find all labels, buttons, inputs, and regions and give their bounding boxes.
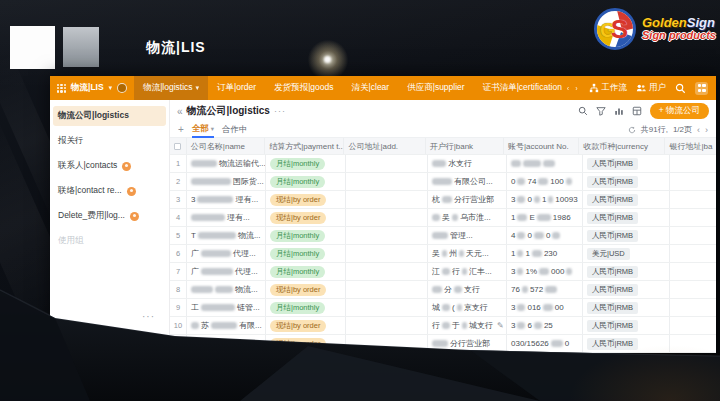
sidebar-item-5[interactable]: Delete_费用|log... — [53, 206, 166, 226]
sidebar-item-6[interactable]: 使用组 — [53, 231, 166, 251]
table-row[interactable]: 10苏有限...现结|by order行于城支行✎3625人民币|RMB — [170, 317, 716, 335]
cell-account-no[interactable]: 400 — [507, 227, 583, 244]
cell-payment-type[interactable]: 月结|monthly — [266, 299, 346, 316]
cell-payment-type[interactable]: 月结|monthly — [266, 245, 346, 262]
search-icon[interactable] — [578, 106, 588, 116]
prev-page-button[interactable]: ‹ — [697, 125, 700, 135]
cell-company-address[interactable] — [346, 245, 428, 262]
cell-payment-type[interactable]: 月结|monthly — [266, 227, 346, 244]
cell-bank-address[interactable] — [670, 281, 716, 298]
cell-company-address[interactable] — [346, 335, 428, 352]
cell-payment-type[interactable]: 现结|by order — [266, 335, 346, 352]
cell-company-address[interactable] — [346, 209, 428, 226]
cell-payment-type[interactable]: 月结|monthly — [266, 173, 346, 190]
cell-account-no[interactable]: 31%000 — [507, 263, 583, 280]
cell-company-address[interactable] — [346, 155, 428, 172]
sidebar-item-2[interactable]: 报关行 — [53, 131, 166, 151]
cell-currency[interactable]: 人民币|RMB — [583, 281, 670, 298]
checkbox-icon[interactable] — [174, 143, 181, 150]
view-tab-cooperating[interactable]: 合作中 — [222, 122, 248, 138]
header-select-all[interactable] — [170, 138, 187, 154]
nav-tab-4[interactable]: 清关|clear — [343, 76, 399, 100]
collapse-sidebar-icon[interactable]: « — [177, 106, 183, 117]
cell-bank[interactable]: 吴州天元... — [428, 245, 507, 262]
cell-payment-type[interactable]: 现结|by order — [266, 317, 346, 334]
cell-bank-address[interactable] — [670, 191, 716, 208]
cell-company-address[interactable] — [346, 281, 428, 298]
cell-bank-address[interactable] — [670, 335, 716, 352]
sidebar-item-4[interactable]: 联络|contact re... — [53, 181, 166, 201]
add-record-button[interactable]: + 物流公司 — [650, 103, 709, 119]
tab-scroll-arrows[interactable]: ‹ › — [567, 85, 580, 92]
chevron-down-icon[interactable]: ▾ — [109, 84, 113, 92]
cell-bank[interactable]: 行于城支行✎ — [428, 317, 507, 334]
cell-bank-address[interactable] — [670, 227, 716, 244]
cell-bank[interactable]: 杭分行营业部 — [428, 191, 507, 208]
cell-account-no[interactable]: 301600 — [507, 299, 583, 316]
cell-company-name[interactable]: T物流... — [187, 227, 266, 244]
view-tab-all[interactable]: 全部▾ — [192, 122, 214, 138]
cell-account-no[interactable]: 11230 — [507, 245, 583, 262]
cell-bank-address[interactable] — [670, 209, 716, 226]
cell-bank-address[interactable] — [670, 155, 716, 172]
nav-tab-1[interactable]: 物流|logistics▾ — [134, 76, 208, 100]
cell-currency[interactable]: 人民币|RMB — [583, 191, 670, 208]
cell-company-name[interactable]: 广代理... — [187, 263, 266, 280]
cell-currency[interactable]: 人民币|RMB — [583, 263, 670, 280]
row-drag-handle[interactable]: ··· — [142, 311, 155, 322]
chevron-down-icon[interactable]: ▾ — [211, 125, 214, 133]
cell-company-address[interactable] — [346, 227, 428, 244]
cell-payment-type[interactable]: 月结|monthly — [266, 263, 346, 280]
cell-bank-address[interactable] — [670, 173, 716, 190]
cell-company-address[interactable] — [346, 263, 428, 280]
next-page-button[interactable]: › — [705, 125, 708, 135]
cell-company-name[interactable]: 国际货... — [187, 173, 266, 190]
cell-company-address[interactable] — [346, 317, 428, 334]
edit-icon[interactable]: ✎ — [497, 321, 504, 330]
cell-account-no[interactable]: 30110093 — [507, 191, 583, 208]
cell-bank[interactable]: 江行汇丰... — [428, 263, 507, 280]
table-row[interactable]: 6广代理...月结|monthly吴州天元...11230美元|USD — [170, 245, 716, 263]
table-row[interactable]: 2国际货...月结|monthly有限公司...074100人民币|RMB — [170, 173, 716, 191]
cell-company-name[interactable]: 3理有... — [187, 191, 266, 208]
cell-company-address[interactable] — [346, 299, 428, 316]
cell-currency[interactable]: 人民币|RMB — [583, 335, 670, 352]
table-row[interactable]: 33理有...现结|by order杭分行营业部30110093人民币|RMB — [170, 191, 716, 209]
cell-bank[interactable]: 分行营业部 — [428, 335, 507, 352]
nav-tab-3[interactable]: 发货预报|goods — [265, 76, 342, 100]
refresh-icon[interactable] — [628, 126, 636, 134]
cell-payment-type[interactable]: 现结|by order — [266, 281, 346, 298]
cell-bank-address[interactable] — [670, 263, 716, 280]
cell-currency[interactable]: 人民币|RMB — [583, 209, 670, 226]
cell-company-name[interactable]: 物流... — [187, 281, 266, 298]
cell-bank[interactable]: 分支行 — [428, 281, 507, 298]
cell-currency[interactable]: 人民币|RMB — [583, 227, 670, 244]
cell-bank-address[interactable] — [670, 245, 716, 262]
add-view-button[interactable]: + — [178, 124, 184, 135]
cell-company-address[interactable] — [346, 173, 428, 190]
nav-tab-5[interactable]: 供应商|supplier — [398, 76, 473, 100]
cell-company-name[interactable]: 工链管... — [187, 299, 266, 316]
cell-company-name[interactable]: 理有... — [187, 209, 266, 226]
cell-account-no[interactable]: 1E1986 — [507, 209, 583, 226]
table-row[interactable]: 8物流...现结|by order分支行76572人民币|RMB — [170, 281, 716, 299]
table-row[interactable]: 9工链管...月结|monthly城(京支行301600人民币|RMB — [170, 299, 716, 317]
chart-icon[interactable] — [614, 106, 624, 116]
search-icon[interactable] — [675, 83, 686, 94]
cell-account-no[interactable]: 76572 — [507, 281, 583, 298]
table-row[interactable]: 11行交易...现结|by order分行营业部030/156260人民币|RM… — [170, 335, 716, 353]
cell-bank-address[interactable] — [670, 299, 716, 316]
cell-bank-address[interactable] — [670, 317, 716, 334]
table-row[interactable]: 5T物流...月结|monthly管理...400人民币|RMB — [170, 227, 716, 245]
nav-tab-2[interactable]: 订单|order — [208, 76, 265, 100]
cell-company-address[interactable] — [346, 191, 428, 208]
cell-company-name[interactable]: 行交易... — [187, 335, 266, 352]
nav-action-用户[interactable]: 用户 — [636, 82, 666, 94]
filter-icon[interactable] — [596, 106, 606, 116]
cell-payment-type[interactable]: 现结|by order — [266, 209, 346, 226]
cell-company-name[interactable]: 广代理... — [187, 245, 266, 262]
cell-currency[interactable]: 人民币|RMB — [583, 317, 670, 334]
cell-currency[interactable]: 人民币|RMB — [583, 299, 670, 316]
cell-payment-type[interactable]: 月结|monthly — [266, 155, 346, 172]
cell-account-no[interactable]: 074100 — [507, 173, 583, 190]
